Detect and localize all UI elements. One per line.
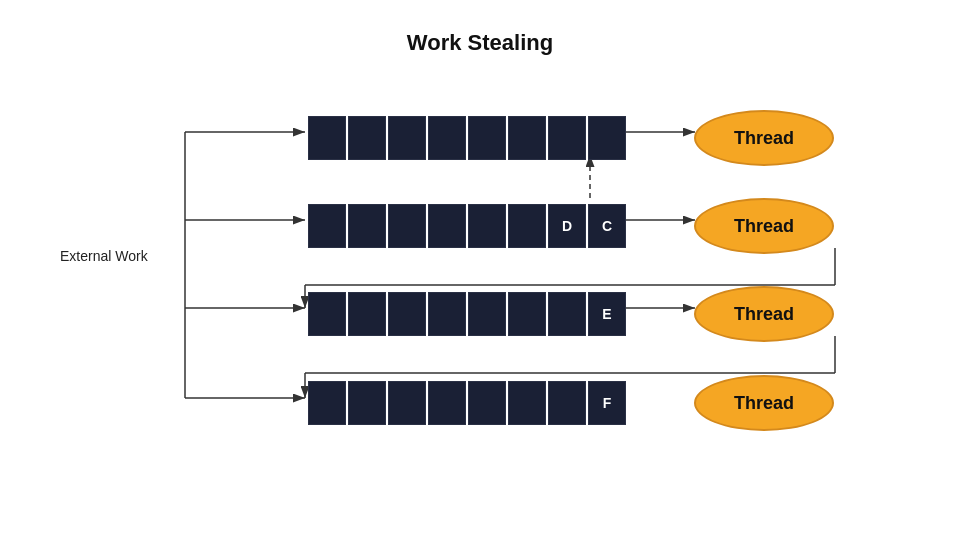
- block: [508, 116, 546, 160]
- block: [308, 116, 346, 160]
- thread-label-2: Thread: [734, 216, 794, 237]
- block: [508, 381, 546, 425]
- block: [508, 204, 546, 248]
- thread-ellipse-4: Thread: [694, 375, 834, 431]
- block: [428, 204, 466, 248]
- queue-row-4: F Thread: [308, 375, 834, 431]
- block: [388, 381, 426, 425]
- block: [388, 204, 426, 248]
- block: [308, 381, 346, 425]
- block: [308, 204, 346, 248]
- block: [388, 292, 426, 336]
- block: [348, 292, 386, 336]
- block: [508, 292, 546, 336]
- block: [548, 292, 586, 336]
- block: [348, 381, 386, 425]
- block: [468, 381, 506, 425]
- block: [428, 381, 466, 425]
- block-c: C: [588, 204, 626, 248]
- block: [428, 116, 466, 160]
- block-d: D: [548, 204, 586, 248]
- thread-ellipse-3: Thread: [694, 286, 834, 342]
- queue-blocks-4: F: [308, 381, 626, 425]
- thread-label-4: Thread: [734, 393, 794, 414]
- queue-row-3: E Thread: [308, 286, 834, 342]
- queue-blocks-1: [308, 116, 626, 160]
- queue-row-1: Thread: [308, 110, 834, 166]
- page-title: Work Stealing: [0, 0, 960, 56]
- block: [548, 116, 586, 160]
- block-e: E: [588, 292, 626, 336]
- block: [388, 116, 426, 160]
- block: [468, 204, 506, 248]
- block: [428, 292, 466, 336]
- block-f: F: [588, 381, 626, 425]
- block: [548, 381, 586, 425]
- block: [468, 116, 506, 160]
- queue-blocks-3: E: [308, 292, 626, 336]
- diagram-container: Work Stealing External Work: [0, 0, 960, 540]
- queue-row-2: D C Thread: [308, 198, 834, 254]
- block: [348, 204, 386, 248]
- block: [308, 292, 346, 336]
- thread-ellipse-1: Thread: [694, 110, 834, 166]
- thread-ellipse-2: Thread: [694, 198, 834, 254]
- queue-blocks-2: D C: [308, 204, 626, 248]
- arrows-overlay: [0, 0, 960, 540]
- block: [588, 116, 626, 160]
- block: [468, 292, 506, 336]
- external-work-label: External Work: [60, 248, 148, 264]
- thread-label-1: Thread: [734, 128, 794, 149]
- thread-label-3: Thread: [734, 304, 794, 325]
- block: [348, 116, 386, 160]
